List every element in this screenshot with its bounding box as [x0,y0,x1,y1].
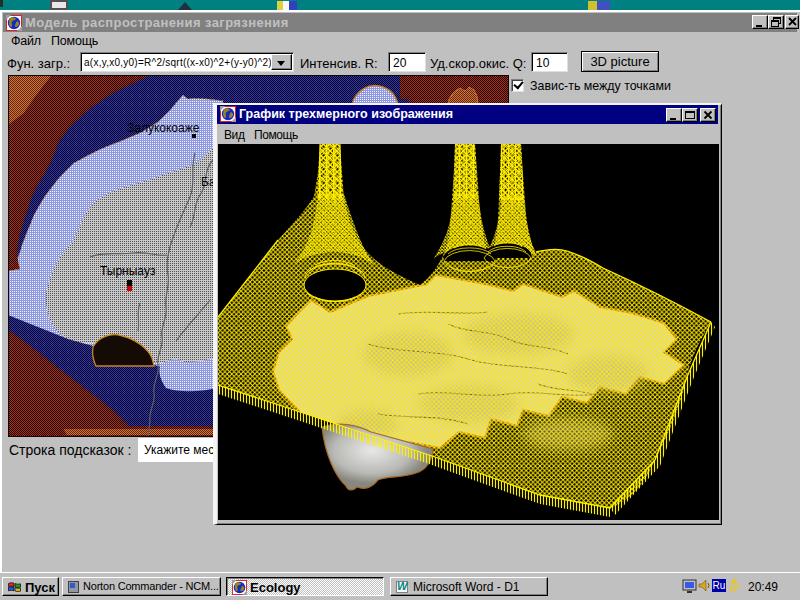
svg-text:Залукокоаже: Залукокоаже [127,121,200,135]
svg-text:Тырныауз: Тырныауз [100,264,156,278]
